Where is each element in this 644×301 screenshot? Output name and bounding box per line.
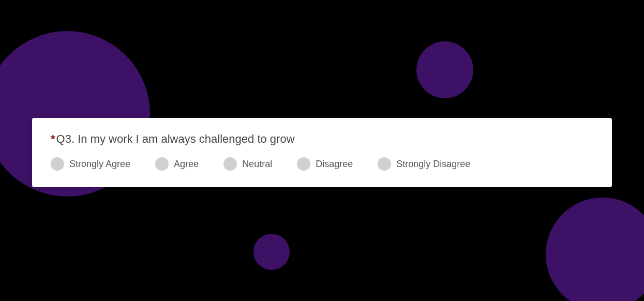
radio-agree[interactable] (155, 157, 169, 171)
required-marker: * (51, 132, 55, 145)
option-disagree[interactable]: Disagree (297, 157, 353, 171)
radio-disagree[interactable] (297, 157, 310, 171)
label-neutral: Neutral (242, 159, 272, 170)
option-strongly-disagree[interactable]: Strongly Disagree (378, 157, 470, 171)
label-agree: Agree (174, 159, 199, 170)
options-row: Strongly Agree Agree Neutral Disagree St… (51, 157, 593, 171)
option-neutral[interactable]: Neutral (223, 157, 272, 171)
option-strongly-agree[interactable]: Strongly Agree (51, 157, 130, 171)
label-strongly-agree: Strongly Agree (69, 159, 130, 170)
decorative-circle-small-bottom-center (253, 234, 290, 270)
question-title: *Q3. In my work I am always challenged t… (51, 132, 593, 146)
survey-card: *Q3. In my work I am always challenged t… (32, 118, 612, 187)
question-text: Q3. In my work I am always challenged to… (56, 132, 295, 145)
option-agree[interactable]: Agree (155, 157, 199, 171)
radio-neutral[interactable] (223, 157, 237, 171)
label-strongly-disagree: Strongly Disagree (396, 159, 470, 170)
radio-strongly-agree[interactable] (51, 157, 64, 171)
radio-strongly-disagree[interactable] (378, 157, 391, 171)
label-disagree: Disagree (316, 159, 353, 170)
decorative-circle-large-bottom-right (546, 198, 644, 301)
decorative-circle-medium-top-right (416, 41, 473, 98)
